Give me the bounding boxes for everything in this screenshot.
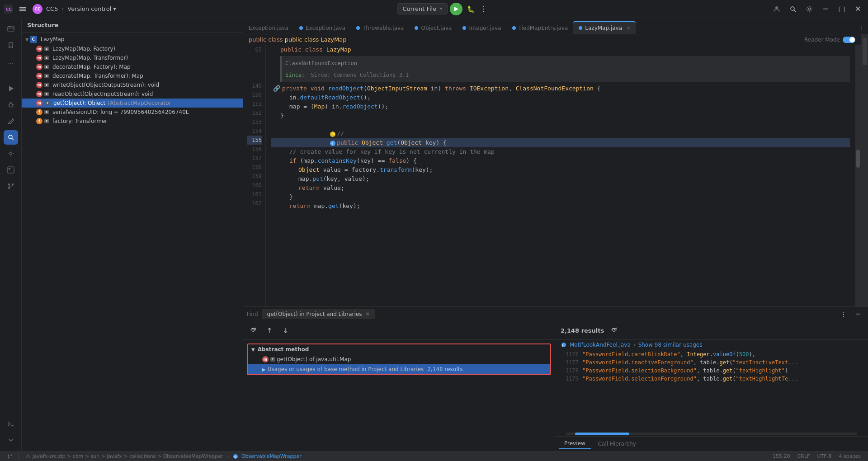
tree-item-selected[interactable]: m c get(Object): Object †AbstractMapDeco… [22,99,243,108]
code-lines-area[interactable]: public class LazyMap ClassNotFoundExcept… [266,45,855,306]
result-line[interactable]: 1178 "PasswordField.selectionBackground"… [555,367,868,375]
sidebar-icon-terminal[interactable] [4,417,18,431]
svg-point-32 [11,454,12,456]
refresh-results-btn[interactable] [608,324,620,337]
tree-item[interactable]: m c writeObject(ObjectOutputStream): voi… [22,80,243,89]
results-content[interactable]: 1176 "PasswordField.caretBlinkRate", Int… [555,350,868,432]
svg-point-21 [8,187,10,189]
profile-button[interactable] [770,3,783,15]
find-collapse-btn[interactable] [279,324,292,337]
tab-object-java[interactable]: Object.java [409,22,457,34]
hamburger-button[interactable] [16,3,29,15]
result-line[interactable]: 1176 "PasswordField.caretBlinkRate", Int… [555,350,868,358]
svg-point-20 [8,183,10,185]
close-button[interactable]: ✕ [852,3,864,15]
status-indent[interactable]: 4 spaces [837,453,863,459]
code-line: 💡 //------------------------------------… [271,129,850,138]
tab-overflow-button[interactable]: ⋮ [855,22,868,34]
find-item-usages[interactable]: ▶ Usages or usages of base method in Pro… [248,364,550,374]
editor-tab-bar: Exception.java Exception.java Throwable.… [243,18,868,34]
tree-item[interactable]: m s decorate(Map, Factory): Map [22,62,243,71]
tree-item[interactable]: f c factory: Transformer [22,117,243,126]
tree-item[interactable]: m c readObject(ObjectInputStream): void [22,89,243,99]
code-content[interactable]: 65 149 150 151 152 153 154 155 156 157 1… [243,45,861,306]
find-item-method[interactable]: m c get(Object) of java.util.Map [248,354,550,364]
sidebar-icon-vcs[interactable] [4,179,18,193]
bottom-panel: Find get(Object) in Project and Librarie… [243,306,868,451]
sidebar-icon-find[interactable] [4,130,18,145]
tree-root-item[interactable]: ▼ C LazyMap [22,34,243,44]
reader-mode-switch[interactable] [843,37,855,43]
editor-area: Exception.java Exception.java Throwable.… [243,18,868,451]
method-icon: m [36,46,42,52]
bottom-minimize[interactable]: − [852,308,864,320]
visibility-icon: c [270,357,275,362]
more-actions-button[interactable]: ⋮ [477,3,490,15]
status-encoding[interactable]: UTF-8 [815,453,833,459]
tab-throwable-java[interactable]: Throwable.java [351,22,409,34]
sidebar-icon-run[interactable] [4,81,18,96]
debug-button[interactable]: 🐛 [464,3,477,15]
tab-integer-java[interactable]: Integer.java [457,22,506,34]
tab-tiedmapentry-java[interactable]: TiedMapEntry.java [507,22,574,34]
tab-modified-dot [415,26,418,30]
tree-item[interactable]: m s decorate(Map, Transformer): Map [22,71,243,80]
tab-close-find[interactable]: ✕ [365,311,370,317]
results-header: 2,148 results [555,321,868,340]
settings-button[interactable] [803,3,816,15]
svg-line-16 [12,138,14,140]
bottom-tab-find[interactable]: get(Object) in Project and Libraries ✕ [262,309,376,319]
run-config-selector[interactable]: Current File ▾ [397,3,448,14]
call-hierarchy-tab[interactable]: Call Hierarchy [593,439,642,449]
tab-lazymap-java[interactable]: LazyMap.java ✕ [573,21,636,34]
sidebar-icon-settings[interactable] [4,146,18,161]
find-results-panel: 2,148 results j MotifLookAndFeel.java › … [555,321,868,451]
run-button[interactable] [450,3,462,15]
find-expand-btn[interactable] [263,324,276,337]
sidebar-icon-bookmarks[interactable] [4,38,18,52]
tab-close-button[interactable]: ✕ [627,26,630,31]
find-bordered-section: ▼ Abstract method m c get(Object) of jav… [247,343,551,375]
find-section-abstract-method[interactable]: ▼ Abstract method [248,344,550,354]
sidebar-icon-build[interactable] [4,114,18,128]
result-line[interactable]: 1177 "PasswordField.inactiveForeground",… [555,358,868,367]
results-file-bar: j MotifLookAndFeel.java › Show 98 simila… [555,340,868,350]
app-icon: CC [4,5,13,14]
bottom-more-actions[interactable]: ⋮ [837,308,850,320]
horizontal-scrollbar[interactable] [555,432,868,436]
status-path[interactable]: javafx-src.zip > com > sun > javafx > co… [24,453,303,460]
status-vcs[interactable] [5,454,14,459]
status-position[interactable]: 155:20 [771,453,792,459]
sidebar-icon-debug[interactable] [4,98,18,112]
tree-item[interactable]: m c LazyMap(Map, Factory) [22,44,243,53]
tree-item[interactable]: m c LazyMap(Map, Transformer) [22,53,243,62]
editor-scrollbar-v[interactable] [855,45,861,306]
preview-tab[interactable]: Preview [559,438,591,449]
line-numbers: 65 149 150 151 152 153 154 155 156 157 1… [243,45,266,306]
code-line: public class LazyMap [271,45,850,54]
class-icon: C [30,36,37,43]
minimize-button[interactable]: − [819,3,832,15]
svg-point-6 [775,6,778,9]
version-control[interactable]: Version control ▾ [67,5,116,12]
svg-rect-11 [9,26,10,27]
code-editor[interactable]: public class public class LazyMap Reader… [243,34,861,306]
search-everywhere-button[interactable] [787,3,799,15]
sidebar-icon-project[interactable] [4,22,18,36]
sidebar-icon-more[interactable]: ⋯ [4,56,18,71]
tab-exception-java-1[interactable]: Exception.java [243,22,294,34]
project-name[interactable]: CC5 [46,5,58,12]
result-line[interactable]: 1179 "PasswordField.selectionForeground"… [555,375,868,383]
scrollbar-track[interactable] [566,433,857,435]
status-line-ending[interactable]: CRLF [796,453,812,459]
sidebar-icon-expand[interactable] [4,433,18,447]
find-refresh-btn[interactable] [247,324,259,337]
reader-mode-toggle[interactable]: Reader Mode [804,37,855,43]
tab-exception-java-2[interactable]: Exception.java [294,22,351,34]
restore-button[interactable]: □ [835,3,848,15]
status-right: 155:20 CRLF UTF-8 4 spaces [771,453,863,459]
bottom-content: ▼ Abstract method m c get(Object) of jav… [243,321,868,451]
scrollbar-thumb[interactable] [575,433,629,435]
sidebar-icon-ui[interactable] [4,163,18,177]
tree-item[interactable]: f s serialVersionUID: long = 79909564025… [22,108,243,117]
